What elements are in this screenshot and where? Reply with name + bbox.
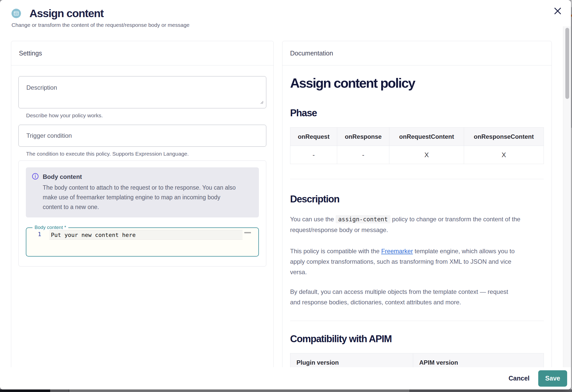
- inline-code-chip: assign-content: [336, 215, 390, 223]
- phase-col-onresponse: onResponse: [337, 128, 389, 146]
- doc-title: Assign content policy: [290, 75, 544, 91]
- dialog-header: Assign content Change or transform the c…: [12, 7, 190, 28]
- documentation-panel: Documentation Assign content policy Phas…: [282, 41, 552, 367]
- freemarker-link[interactable]: Freemarker: [381, 248, 413, 255]
- phase-cell-onrequest: -: [290, 146, 337, 164]
- phase-col-onrequestcontent: onRequestContent: [389, 128, 464, 146]
- info-title: Body content: [43, 173, 82, 180]
- compatibility-heading: Compatibility with APIM: [290, 333, 544, 345]
- editor-line-number: 1: [26, 231, 41, 237]
- compatibility-table: Plugin version APIM version: [290, 353, 544, 367]
- compat-col-plugin-version: Plugin version: [290, 353, 413, 367]
- description-paragraph-2: This policy is compatible with the Freem…: [290, 246, 544, 277]
- dialog-scroll-area: Settings Describe how your policy: [0, 26, 571, 367]
- phase-table-row: - - X X: [290, 146, 544, 164]
- description-textarea[interactable]: [18, 76, 266, 108]
- info-icon: [32, 173, 39, 181]
- phase-cell-onresponsecontent: X: [464, 146, 544, 164]
- body-content-info-box: Body content The body content to attach …: [26, 167, 259, 217]
- description-heading: Description: [290, 193, 544, 205]
- trigger-condition-hint: The condition to execute this policy. Su…: [26, 150, 266, 157]
- close-button[interactable]: [552, 6, 563, 17]
- background-bottom-bar: [0, 389, 572, 392]
- phase-table: onRequest onResponse onRequestContent on…: [290, 127, 544, 164]
- dialog-scrollbar-track[interactable]: [563, 26, 571, 367]
- compat-col-apim-version: APIM version: [413, 353, 544, 367]
- info-text: The body content to attach to the reques…: [43, 183, 253, 212]
- close-icon: [553, 13, 563, 17]
- editor-current-line[interactable]: Put your new content here: [49, 230, 243, 240]
- assign-content-dialog: Assign content Change or transform the c…: [0, 0, 571, 389]
- trigger-condition-input[interactable]: [18, 125, 266, 147]
- cancel-button[interactable]: Cancel: [500, 370, 538, 387]
- description-paragraph-3: By default, you can access multiple obje…: [290, 286, 544, 307]
- phase-cell-onrequestcontent: X: [389, 146, 464, 164]
- dialog-footer: Cancel Save: [0, 367, 571, 389]
- description-paragraph-1: You can use the assign-content policy to…: [290, 214, 544, 235]
- editor-code-text: Put your new content here: [49, 232, 136, 238]
- divider: [290, 179, 544, 179]
- phase-cell-onresponse: -: [337, 146, 389, 164]
- assign-content-policy-icon: [12, 9, 21, 18]
- dialog-title: Assign content: [29, 7, 104, 19]
- body-content-group: Body content The body content to attach …: [18, 160, 266, 267]
- description-hint: Describe how your policy works.: [26, 112, 266, 119]
- divider: [290, 321, 544, 321]
- documentation-panel-header: Documentation: [282, 41, 552, 65]
- resize-handle-icon[interactable]: [260, 100, 264, 105]
- screen: Assign content Change or transform the c…: [0, 0, 572, 392]
- editor-minimap[interactable]: [244, 232, 251, 233]
- dialog-scrollbar-thumb[interactable]: [565, 28, 569, 99]
- save-button[interactable]: Save: [538, 370, 567, 387]
- phase-col-onresponsecontent: onResponseContent: [464, 128, 544, 146]
- settings-panel: Settings Describe how your policy: [11, 41, 274, 367]
- phase-heading: Phase: [290, 107, 544, 119]
- phase-col-onrequest: onRequest: [290, 128, 337, 146]
- body-content-editor[interactable]: Body content * 1 Put your new content he…: [26, 227, 259, 257]
- settings-panel-header: Settings: [11, 41, 273, 65]
